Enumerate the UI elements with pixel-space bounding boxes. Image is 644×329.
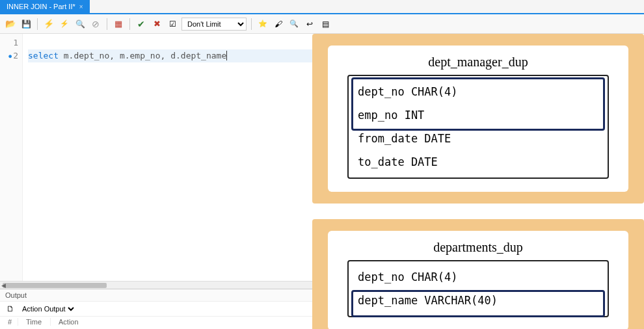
output-mode-select[interactable]: Action Output bbox=[20, 304, 76, 313]
code-area[interactable]: select m.dept_no, m.emp_no, d.dept_name bbox=[23, 34, 644, 281]
editor-tab[interactable]: INNER JOIN - Part II* × bbox=[0, 0, 90, 13]
scroll-thumb[interactable] bbox=[3, 283, 107, 288]
tab-bar: INNER JOIN - Part II* × bbox=[0, 0, 644, 14]
tab-title: INNER JOIN - Part II* bbox=[7, 3, 75, 10]
wrap-icon[interactable] bbox=[303, 18, 316, 31]
code-line[interactable]: select m.dept_no, m.emp_no, d.dept_name bbox=[28, 49, 644, 62]
save-icon[interactable] bbox=[20, 18, 33, 31]
separator bbox=[251, 18, 252, 30]
text-cursor bbox=[226, 51, 227, 60]
panel-icon[interactable] bbox=[319, 18, 332, 31]
scroll-left-icon[interactable]: ◀ bbox=[1, 282, 6, 289]
execute-current-icon[interactable] bbox=[58, 18, 71, 31]
gutter: 1 ●2 bbox=[0, 34, 23, 281]
commit-icon[interactable] bbox=[135, 18, 148, 31]
keyword: select bbox=[28, 51, 59, 60]
beautify-icon[interactable] bbox=[272, 18, 285, 31]
horizontal-scrollbar[interactable]: ◀ ▶ bbox=[0, 281, 644, 289]
output-title: Output bbox=[5, 291, 27, 299]
explain-icon[interactable] bbox=[74, 18, 87, 31]
separator bbox=[107, 18, 107, 30]
line-number: ●2 bbox=[0, 49, 18, 63]
col-number: # bbox=[0, 318, 18, 326]
autocommit-icon[interactable] bbox=[166, 18, 179, 31]
line-number: 1 bbox=[0, 36, 18, 49]
separator bbox=[37, 18, 38, 30]
snippets-icon[interactable] bbox=[256, 18, 269, 31]
output-toolbar: Action Output bbox=[0, 302, 644, 316]
blocks-icon[interactable] bbox=[112, 18, 125, 31]
toolbar: Don't Limit bbox=[0, 14, 644, 34]
identifiers: m.dept_no, m.emp_no, d.dept_name bbox=[59, 51, 226, 60]
output-mode-icon[interactable] bbox=[4, 302, 17, 315]
execute-icon[interactable] bbox=[42, 18, 55, 31]
stop-icon[interactable] bbox=[89, 18, 102, 31]
rollback-icon[interactable] bbox=[150, 18, 163, 31]
close-icon[interactable]: × bbox=[79, 3, 83, 10]
limit-select[interactable]: Don't Limit bbox=[181, 18, 247, 31]
output-header: Output bbox=[0, 289, 644, 302]
find-icon[interactable] bbox=[288, 18, 301, 31]
col-time: Time bbox=[18, 318, 51, 326]
code-line[interactable] bbox=[28, 36, 644, 49]
sql-editor[interactable]: 1 ●2 select m.dept_no, m.emp_no, d.dept_… bbox=[0, 34, 644, 281]
output-columns: # Time Action uration / Fetch bbox=[0, 316, 644, 327]
col-action: Action bbox=[51, 318, 593, 326]
scroll-right-icon[interactable]: ▶ bbox=[638, 282, 643, 289]
separator bbox=[129, 18, 130, 30]
open-icon[interactable] bbox=[4, 18, 17, 31]
col-duration: uration / Fetch bbox=[593, 318, 644, 326]
